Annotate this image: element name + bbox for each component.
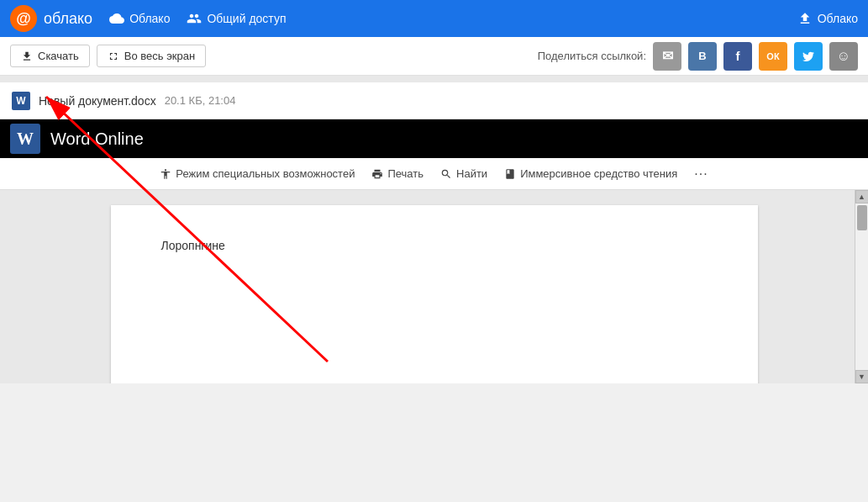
fullscreen-icon [108,50,119,62]
logo-link[interactable]: @ облако [10,5,92,32]
logo-text: облако [44,10,92,28]
share-vk-button[interactable]: В [688,42,717,71]
file-name: Новый документ.docx [39,94,156,108]
document-area: Лоропнгине ▲ ▼ [0,190,868,383]
share-email-button[interactable]: ✉ [653,42,681,71]
upload-icon [797,11,813,26]
download-icon [21,50,33,62]
fullscreen-label: Во весь экран [124,50,195,62]
more-icon: ··· [694,166,708,182]
toolbar-left: Скачать Во весь экран [10,45,206,67]
nav-cloud-label: Облако [129,12,170,25]
document-page: Лоропнгине [111,205,758,383]
nav-share-label: Общий доступ [207,12,286,25]
share-section: Поделиться ссылкой: ✉ В f ОК ☺ [538,42,858,71]
immersive-icon [504,168,516,180]
find-label: Найти [456,167,487,180]
share-tw-button[interactable] [794,42,823,71]
top-nav: @ облако Облако Общий доступ Облако [0,0,868,37]
accessibility-button[interactable]: Режим специальных возможностей [160,167,355,180]
scroll-thumb[interactable] [857,205,867,230]
share-label: Поделиться ссылкой: [538,50,646,62]
word-secondary-toolbar: Режим специальных возможностей Печать На… [0,158,868,190]
separator [0,76,868,82]
fullscreen-button[interactable]: Во весь экран [97,45,206,67]
find-icon [440,168,452,180]
scroll-down-button[interactable]: ▼ [855,370,869,383]
word-online-title: Word Online [50,129,144,149]
nav-right-label: Облако [797,11,858,26]
find-button[interactable]: Найти [440,167,487,180]
scroll-up-button[interactable]: ▲ [855,190,869,203]
more-button[interactable]: ··· [694,166,708,182]
print-label: Печать [387,167,423,180]
share-other-button[interactable]: ☺ [829,42,858,71]
download-button[interactable]: Скачать [10,45,90,67]
download-label: Скачать [38,50,79,62]
main-toolbar: Скачать Во весь экран Поделиться ссылкой… [0,37,868,76]
share-fb-button[interactable]: f [723,42,752,71]
print-button[interactable]: Печать [371,167,423,180]
file-meta: 20.1 КБ, 21:04 [165,94,236,107]
document-text: Лоропнгине [161,239,708,252]
word-file-icon: W [12,92,30,110]
file-info-bar: W Новый документ.docx 20.1 КБ, 21:04 [0,82,868,119]
scrollbar[interactable]: ▲ ▼ [855,190,868,383]
nav-share[interactable]: Общий доступ [187,11,286,26]
accessibility-label: Режим специальных возможностей [176,167,355,180]
word-logo-w: W [17,129,34,149]
immersive-button[interactable]: Иммерсивное средство чтения [504,167,677,180]
twitter-icon [802,50,815,63]
print-icon [371,168,383,180]
immersive-label: Иммерсивное средство чтения [520,167,677,180]
word-logo: W [10,124,40,154]
cloud-icon [109,11,124,26]
share-ok-button[interactable]: ОК [759,42,787,71]
nav-left: @ облако Облако Общий доступ [10,5,287,32]
nav-right[interactable]: Облако [797,11,858,26]
nav-cloud[interactable]: Облако [109,11,170,26]
word-online-header: W Word Online [0,119,868,158]
accessibility-icon [160,168,171,180]
users-icon [187,11,202,26]
logo-icon: @ [10,5,37,32]
